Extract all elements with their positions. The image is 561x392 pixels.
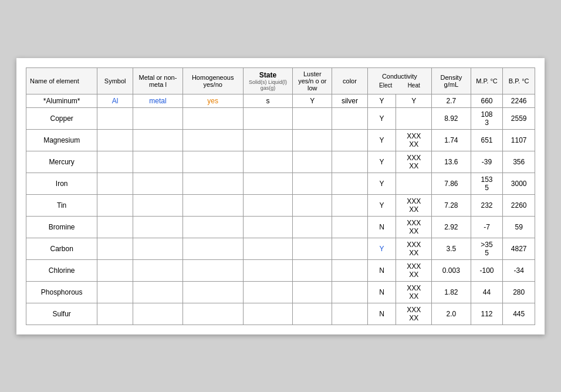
cell-elect: N xyxy=(367,303,396,325)
table-cell xyxy=(97,303,133,325)
cell-density: 3.5 xyxy=(431,238,471,259)
table-cell xyxy=(332,216,368,238)
cell-heat: XXXXX xyxy=(396,129,432,151)
table-cell: Iron xyxy=(26,173,97,194)
cell-elect: N xyxy=(367,281,396,303)
cell-density: 13.6 xyxy=(431,151,471,173)
header-elect: Elect xyxy=(379,82,392,89)
table-cell xyxy=(293,303,332,325)
cell-heat xyxy=(396,107,432,129)
table-cell xyxy=(332,151,368,173)
table-cell xyxy=(183,151,243,173)
cell-elect: Y xyxy=(367,94,396,107)
table-row: TinYXXXXX7.282322260 xyxy=(26,194,535,216)
table-cell xyxy=(243,281,293,303)
table-cell xyxy=(183,281,243,303)
table-cell: silver xyxy=(332,94,368,107)
table-cell xyxy=(133,129,183,151)
cell-mp: 651 xyxy=(471,129,503,151)
cell-bp: 3000 xyxy=(503,173,535,194)
header-name: Name of element xyxy=(26,67,97,94)
table-cell: Copper xyxy=(26,107,97,129)
cell-bp: 2246 xyxy=(503,94,535,107)
table-cell xyxy=(243,129,293,151)
cell-density: 1.82 xyxy=(431,281,471,303)
header-luster: Luster yes/n o or low xyxy=(293,67,332,94)
table-cell xyxy=(133,216,183,238)
table-cell xyxy=(183,216,243,238)
table-row: CopperY8.9210832559 xyxy=(26,107,535,129)
table-cell xyxy=(97,259,133,281)
header-bp: B.P. °C xyxy=(503,67,535,94)
cell-bp: 4827 xyxy=(503,238,535,259)
table-cell xyxy=(97,173,133,194)
table-row: SulfurNXXXXX2.0112445 xyxy=(26,303,535,325)
table-cell: Magnesium xyxy=(26,129,97,151)
cell-density: 2.7 xyxy=(431,94,471,107)
table-cell xyxy=(243,194,293,216)
table-cell: yes xyxy=(183,94,243,107)
table-cell xyxy=(332,303,368,325)
table-cell xyxy=(133,107,183,129)
elements-table: Name of element Symbol Metal or non-meta… xyxy=(26,67,535,325)
table-cell xyxy=(293,173,332,194)
table-cell xyxy=(183,238,243,259)
header-metal: Metal or non-meta l xyxy=(133,67,183,94)
table-cell xyxy=(183,173,243,194)
cell-elect: Y xyxy=(367,129,396,151)
table-cell xyxy=(97,129,133,151)
table-cell xyxy=(97,151,133,173)
table-cell xyxy=(243,303,293,325)
table-cell: *Aluminum* xyxy=(26,94,97,107)
cell-mp: 112 xyxy=(471,303,503,325)
cell-bp: 280 xyxy=(503,281,535,303)
table-cell: Phosphorous xyxy=(26,281,97,303)
cell-heat: XXXXX xyxy=(396,238,432,259)
cell-bp: 445 xyxy=(503,303,535,325)
cell-bp: 1107 xyxy=(503,129,535,151)
table-cell xyxy=(97,238,133,259)
table-row: IronY7.8615353000 xyxy=(26,173,535,194)
cell-mp: 1083 xyxy=(471,107,503,129)
table-cell xyxy=(133,151,183,173)
table-cell: Sulfur xyxy=(26,303,97,325)
table-cell: Al xyxy=(97,94,133,107)
table-row: MagnesiumYXXXXX1.746511107 xyxy=(26,129,535,151)
table-cell: Chlorine xyxy=(26,259,97,281)
cell-heat: XXXXX xyxy=(396,281,432,303)
cell-heat: XXXXX xyxy=(396,151,432,173)
header-density: Density g/mL xyxy=(431,67,471,94)
table-cell xyxy=(293,259,332,281)
cell-heat: XXXXX xyxy=(396,194,432,216)
table-cell xyxy=(332,238,368,259)
table-cell xyxy=(243,107,293,129)
table-cell xyxy=(133,281,183,303)
table-cell xyxy=(133,259,183,281)
cell-mp: -39 xyxy=(471,151,503,173)
header-state: State Solid(s) Liquid(l) gas(g) xyxy=(243,67,293,94)
table-cell xyxy=(332,173,368,194)
header-conductivity: Conductivity Elect Heat xyxy=(367,67,431,94)
cell-density: 1.74 xyxy=(431,129,471,151)
table-cell xyxy=(133,303,183,325)
cell-elect: N xyxy=(367,216,396,238)
table-row: MercuryYXXXXX13.6-39356 xyxy=(26,151,535,173)
table-cell xyxy=(293,107,332,129)
table-cell xyxy=(133,238,183,259)
table-cell xyxy=(243,151,293,173)
cell-density: 7.28 xyxy=(431,194,471,216)
cell-elect: Y xyxy=(367,151,396,173)
table-cell: Tin xyxy=(26,194,97,216)
cell-mp: 44 xyxy=(471,281,503,303)
header-mp: M.P. °C xyxy=(471,67,503,94)
table-cell xyxy=(332,281,368,303)
cell-density: 7.86 xyxy=(431,173,471,194)
cell-heat: XXXXX xyxy=(396,303,432,325)
table-cell xyxy=(243,259,293,281)
cell-mp: >355 xyxy=(471,238,503,259)
page-container: Name of element Symbol Metal or non-meta… xyxy=(16,58,545,334)
cell-elect: Y xyxy=(367,173,396,194)
table-cell xyxy=(183,107,243,129)
cell-bp: 2260 xyxy=(503,194,535,216)
table-row: PhosphorousNXXXXX1.8244280 xyxy=(26,281,535,303)
